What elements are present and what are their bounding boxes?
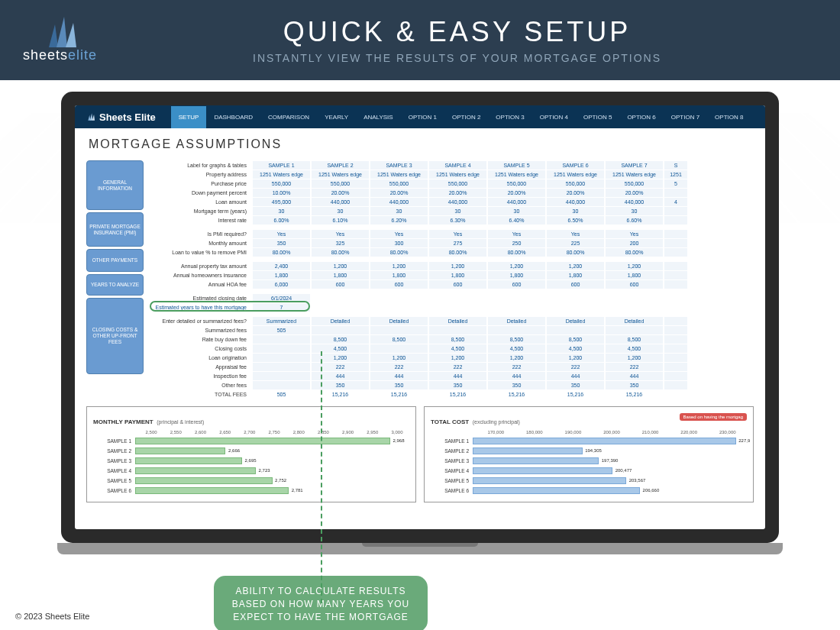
row-other-fees: Other fees350350350350350350	[150, 380, 754, 389]
bar-row: SAMPLE 2194,305	[431, 446, 747, 456]
logo-text: sheetselite	[23, 47, 97, 63]
row-sum-fees: Summarized fees505	[150, 325, 754, 334]
bar-row: SAMPLE 62,781	[93, 486, 409, 496]
app-header: Sheets Elite SETUP DASHBOARD COMPARISON …	[75, 105, 765, 128]
bar-row: SAMPLE 6206,660	[431, 486, 747, 496]
app-screen: Sheets Elite SETUP DASHBOARD COMPARISON …	[75, 105, 765, 529]
page-header: sheetselite QUICK & EASY SETUP INSTANTLY…	[0, 0, 840, 80]
row-origination: Loan origination1,2001,2001,2001,2001,20…	[150, 353, 754, 362]
tab-option3[interactable]: OPTION 3	[488, 106, 531, 128]
tab-option7[interactable]: OPTION 7	[664, 106, 707, 128]
header-title: QUICK & EASY SETUP INSTANTLY VIEW THE RE…	[97, 16, 817, 64]
chart2-axis: 170,000180,000190,000200,000210,000220,0…	[477, 430, 747, 435]
tab-bar: SETUP DASHBOARD COMPARISON YEARLY ANALYS…	[171, 106, 751, 128]
page-title: MORTGAGE ASSUMPTIONS	[75, 128, 765, 160]
sidebar-pmi[interactable]: PRIVATE MORTGAGE INSURANCE (PMI)	[86, 212, 144, 247]
tab-option4[interactable]: OPTION 4	[532, 106, 576, 128]
row-labels: Label for graphs & tablesSAMPLE 1SAMPLE …	[150, 160, 754, 170]
row-pmi-req: Is PMI required?YesYesYesYesYesYesYes	[150, 229, 754, 238]
laptop-base	[57, 543, 783, 554]
bar-row: SAMPLE 32,695	[93, 456, 409, 466]
copyright: © 2023 Sheets Elite	[15, 612, 89, 621]
bar-row: SAMPLE 42,723	[93, 466, 409, 476]
row-closing-costs: Closing costs4,5004,5004,5004,5004,500	[150, 344, 754, 353]
data-grid: Label for graphs & tablesSAMPLE 1SAMPLE …	[150, 160, 754, 399]
bar-row: SAMPLE 3197,390	[431, 456, 747, 466]
brand-logo: sheetselite	[23, 17, 97, 63]
row-property: Property address1251 Waters edge1251 Wat…	[150, 170, 754, 179]
chart-total-cost: TOTAL COST (excluding principal) Based o…	[424, 406, 754, 502]
sidebar-closing[interactable]: CLOSING COSTS & OTHER UP-FRONT FEES	[86, 298, 144, 374]
tab-option8[interactable]: OPTION 8	[707, 106, 751, 128]
main-title: QUICK & EASY SETUP	[97, 16, 817, 48]
bar-row: SAMPLE 12,968	[93, 436, 409, 446]
tab-option6[interactable]: OPTION 6	[619, 106, 663, 128]
content-area: GENERAL INFORMATION PRIVATE MORTGAGE INS…	[75, 160, 765, 399]
sidebar-other[interactable]: OTHER PAYMENTS	[86, 249, 144, 272]
tab-setup[interactable]: SETUP	[171, 106, 207, 128]
tab-comparison[interactable]: COMPARISON	[260, 106, 317, 128]
tab-option2[interactable]: OPTION 2	[444, 106, 488, 128]
app-logo-icon	[86, 112, 95, 121]
row-fee-type: Enter detailed or summarized fees?Summar…	[150, 316, 754, 325]
row-rate: Interest rate6.00%6.10%6.20%6.30%6.40%6.…	[150, 215, 754, 225]
row-price: Purchase price550,000550,000550,000550,0…	[150, 179, 754, 188]
row-down: Down payment percent10.00%20.00%20.00%20…	[150, 188, 754, 197]
tab-dashboard[interactable]: DASHBOARD	[206, 106, 260, 128]
row-inspection: Inspection fee444444444444444444	[150, 371, 754, 380]
chart1-axis: 2,5002,5502,6002,6502,7002,7502,8002,850…	[139, 430, 409, 435]
row-ins: Annual homeowners insurance1,8001,8001,8…	[150, 270, 754, 279]
row-ltv: Loan to value % to remove PMI80.00%80.00…	[150, 247, 754, 257]
tab-yearly[interactable]: YEARLY	[317, 106, 356, 128]
sidebar-years[interactable]: YEARS TO ANALYZE	[86, 274, 144, 296]
highlight-outline	[150, 301, 310, 312]
row-loan: Loan amount495,000440,000440,000440,0004…	[150, 197, 754, 206]
row-term: Mortgage term (years)30303030303030	[150, 206, 754, 215]
chart-badge: Based on having the mortgag	[680, 413, 747, 421]
bar-row: SAMPLE 4200,477	[431, 466, 747, 476]
row-tax: Annual property tax amount2,4001,2001,20…	[150, 261, 754, 270]
logo-icon	[41, 17, 79, 47]
chart-monthly-payment: MONTHLY PAYMENT (principal & interest) 2…	[86, 406, 416, 502]
row-hoa: Annual HOA fee6,000600600600600600600	[150, 279, 754, 289]
charts-row: MONTHLY PAYMENT (principal & interest) 2…	[75, 399, 765, 510]
row-total-fees: TOTAL FEES50515,21615,21615,21615,21615,…	[150, 389, 754, 399]
laptop-frame: Sheets Elite SETUP DASHBOARD COMPARISON …	[61, 92, 779, 543]
subtitle: INSTANTLY VIEW THE RESULTS OF YOUR MORTG…	[97, 52, 817, 64]
sidebar-general[interactable]: GENERAL INFORMATION	[86, 160, 144, 210]
tab-option5[interactable]: OPTION 5	[576, 106, 619, 128]
tab-analysis[interactable]: ANALYSIS	[356, 106, 401, 128]
app-logo: Sheets Elite	[86, 111, 156, 123]
callout-connector	[321, 351, 322, 603]
bar-row: SAMPLE 1227,9	[431, 436, 747, 446]
row-buydown: Rate buy down fee8,5008,5008,5008,5008,5…	[150, 334, 754, 344]
laptop-mockup: Sheets Elite SETUP DASHBOARD COMPARISON …	[0, 80, 840, 543]
row-pmi-month: Monthly amount350325300275250225200	[150, 238, 754, 247]
section-sidebar: GENERAL INFORMATION PRIVATE MORTGAGE INS…	[86, 160, 144, 399]
bar-row: SAMPLE 5203,567	[431, 476, 747, 486]
bar-row: SAMPLE 22,666	[93, 446, 409, 456]
bar-row: SAMPLE 52,752	[93, 476, 409, 486]
row-appraisal: Appraisal fee222222222222222222	[150, 362, 754, 371]
row-years: Estimated years to have this mortgage7	[150, 302, 754, 312]
tab-option1[interactable]: OPTION 1	[401, 106, 444, 128]
